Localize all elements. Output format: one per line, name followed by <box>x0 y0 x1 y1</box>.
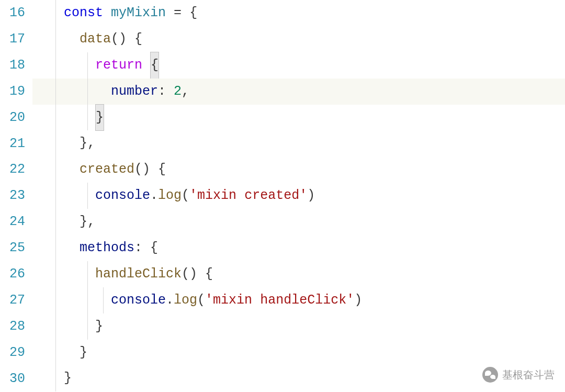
line-number: 30 <box>4 366 25 392</box>
code-line[interactable]: handleClick() { <box>32 261 565 287</box>
brace: } <box>80 209 87 235</box>
watermark: 基根奋斗营 <box>482 367 555 383</box>
line-number: 29 <box>4 340 25 366</box>
property-name: number <box>111 79 158 105</box>
identifier: myMixin <box>111 0 166 26</box>
method-call: log <box>174 287 197 313</box>
line-number: 28 <box>4 313 25 340</box>
brace: { <box>134 26 142 52</box>
code-line[interactable]: }, <box>32 130 565 156</box>
keyword-return: return <box>95 52 142 79</box>
keyword-const: const <box>64 0 103 26</box>
wechat-icon <box>482 367 498 383</box>
code-line[interactable]: console.log('mixin handleClick') <box>32 287 565 313</box>
brace: { <box>205 261 213 287</box>
code-line[interactable]: methods: { <box>32 235 565 261</box>
code-line[interactable]: } <box>32 340 565 366</box>
brace: } <box>95 313 103 340</box>
line-number: 16 <box>4 0 25 26</box>
brace: { <box>189 0 197 26</box>
object: console <box>95 183 150 209</box>
brace-highlighted: } <box>95 104 104 131</box>
line-number: 23 <box>4 183 25 209</box>
line-number: 25 <box>4 235 25 261</box>
code-line[interactable]: return { <box>32 52 565 79</box>
method-name: data <box>80 26 111 52</box>
line-number: 26 <box>4 261 25 287</box>
operator: = <box>174 0 182 26</box>
code-line[interactable]: console.log('mixin created') <box>32 183 565 209</box>
property-name: methods <box>80 235 134 261</box>
line-number: 18 <box>4 52 25 79</box>
string-literal: 'mixin created' <box>189 183 307 209</box>
brace: { <box>158 156 166 183</box>
method-call: log <box>158 183 182 209</box>
code-line-current[interactable]: number: 2, <box>32 79 565 105</box>
brace: } <box>80 340 87 366</box>
line-number-gutter: 16 17 18 19 20 21 22 23 24 25 26 27 28 2… <box>0 0 32 392</box>
code-content[interactable]: const myMixin = { data() { return { numb… <box>32 0 565 392</box>
method-name: created <box>80 156 134 183</box>
code-line[interactable]: }, <box>32 209 565 235</box>
string-literal: 'mixin handleClick' <box>205 287 354 313</box>
object: console <box>111 287 166 313</box>
code-editor[interactable]: 16 17 18 19 20 21 22 23 24 25 26 27 28 2… <box>0 0 565 392</box>
code-line[interactable]: created() { <box>32 156 565 183</box>
line-number: 24 <box>4 209 25 235</box>
line-number: 17 <box>4 26 25 52</box>
line-number: 20 <box>4 105 25 131</box>
number-literal: 2 <box>174 79 182 105</box>
code-line[interactable]: } <box>32 105 565 131</box>
line-number: 27 <box>4 287 25 313</box>
brace: } <box>80 130 87 156</box>
brace: } <box>64 365 72 391</box>
line-number: 22 <box>4 156 25 183</box>
watermark-text: 基根奋斗营 <box>502 368 555 382</box>
code-line[interactable]: data() { <box>32 26 565 52</box>
code-line[interactable]: } <box>32 313 565 340</box>
brace: { <box>150 235 158 261</box>
line-number: 19 <box>4 79 25 105</box>
line-number: 21 <box>4 131 25 157</box>
code-line[interactable]: const myMixin = { <box>32 0 565 26</box>
brace-highlighted: { <box>150 52 159 79</box>
method-name: handleClick <box>95 261 182 287</box>
